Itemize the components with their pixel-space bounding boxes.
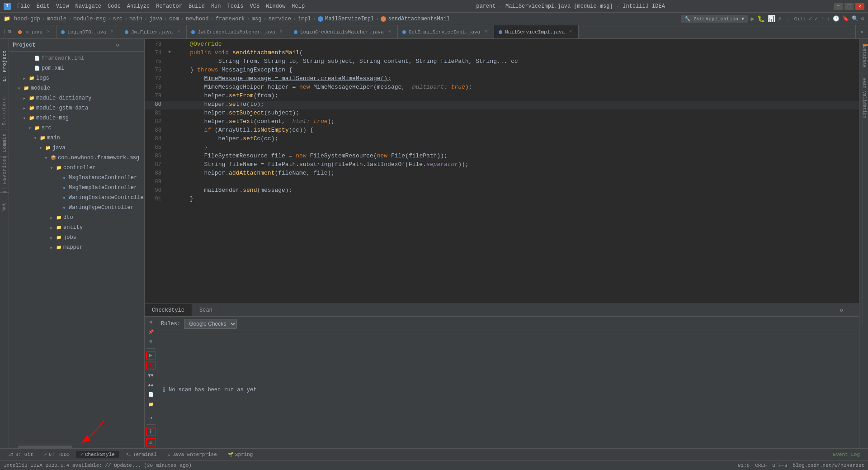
tab-close[interactable]: × [175,29,182,35]
footer-tab-checkstyle[interactable]: ✓ CheckStyle [76,451,119,458]
tree-item-entity[interactable]: ▶ 📁 entity [9,223,144,233]
breadcrumb-module[interactable]: module [47,16,66,22]
tree-item-module-gstm-data[interactable]: ▶ 📁 module-gstm-data [9,103,144,113]
profile-button[interactable]: ⚡ [778,15,782,23]
git-pull[interactable]: ↓ [827,16,830,22]
tab-split-icon[interactable]: ⊞ [8,28,11,35]
more-button[interactable]: … [784,16,788,22]
tree-item-controller[interactable]: ▼ 📁 controller [9,163,144,173]
git-checkmark2[interactable]: ✓ [815,15,818,22]
panel-minimize-icon[interactable]: ─ [132,41,141,49]
git-push[interactable]: ↑ [821,16,824,22]
panel-gear-icon[interactable]: ⚙ [113,41,122,49]
sidebar-web-icon[interactable]: Web [0,193,9,220]
debug-button[interactable]: 🐛 [757,15,765,23]
tree-item-jobs[interactable]: ▶ 📁 jobs [9,233,144,242]
breadcrumb-mail-service[interactable]: MailServiceImpl [318,16,374,22]
menu-file[interactable]: File [14,2,33,10]
refresh-button[interactable]: ↺ [146,414,156,422]
menu-code[interactable]: Code [105,2,123,10]
code-editor[interactable]: 73 @Override 74 ● public void sendAttach… [145,39,859,304]
run-button[interactable]: ▶ [750,15,754,23]
cursor-position[interactable]: 91:6 [738,463,750,468]
panel-settings-icon[interactable]: ≡ [123,41,131,49]
footer-tab-git[interactable]: ⎇ 9: Git [4,451,38,458]
menu-view[interactable]: View [53,2,72,10]
url-status[interactable]: blog.csdn.net/W/nD4arest [793,463,864,468]
idea-update-notice[interactable]: IntelliJ IDEA 2020.1.4 available: // Upd… [4,463,192,468]
tree-item-waring-instance-ctrl[interactable]: ● WaringInstanceController [9,193,144,203]
breadcrumb-src[interactable]: src [113,16,123,22]
tab-close[interactable]: × [387,29,393,35]
close-button[interactable]: ✕ [855,3,864,10]
tab-close[interactable]: × [483,29,489,35]
run-config-selector[interactable]: 🔧 GstmApplication ▼ [681,15,748,23]
tree-item-module[interactable]: ▼ 📁 module [9,83,144,93]
menu-analyze[interactable]: Analyze [124,2,152,10]
tree-item-msg-instance-ctrl[interactable]: ● MsgInstanceController [9,173,144,183]
tree-item-java[interactable]: ▼ 📁 java [9,143,144,153]
menu-vcs[interactable]: VCS [247,2,263,10]
menu-build[interactable]: Build [186,2,208,10]
menu-refactor[interactable]: Refactor [153,2,185,10]
sidebar-commit-label[interactable]: Commit [0,129,9,157]
footer-tab-spring[interactable]: 🌱 Spring [223,451,258,458]
tree-item-mapper[interactable]: ▶ 📁 mapper [9,242,144,252]
info-filter-button[interactable]: ℹ [146,427,156,436]
stop-scan-button[interactable]: ■ [146,361,156,370]
tab-logincredentials[interactable]: LoginCredentialsMatcher.java × [289,25,398,38]
tab-m-java[interactable]: m.java × [14,25,57,38]
search-everywhere[interactable]: 🔍 [852,15,859,22]
warn-filter-button[interactable]: ⚠ [146,438,156,446]
tree-item-src[interactable]: ▼ 📁 src [9,123,144,133]
collapse-all-button[interactable]: ▲▲ [146,381,156,389]
footer-tab-todo[interactable]: ✓ 6: TODO [40,451,74,458]
tree-item-module-dictionary[interactable]: ▶ 📁 module-dictionary [9,93,144,103]
tab-close[interactable]: × [278,29,284,35]
footer-tab-event-log[interactable]: Event Log [829,451,864,458]
tree-item-com-newhood[interactable]: ▼ 📦 com.newhood.framework.msg [9,153,144,163]
breadcrumb-newhood[interactable]: newhood [186,16,208,22]
bottom-tab-scan[interactable]: Scan [192,304,220,316]
coverage-button[interactable]: 📊 [768,15,775,23]
menu-help[interactable]: Help [289,2,307,10]
tree-item-msg-template-ctrl[interactable]: ● MsgTemplateController [9,183,144,193]
breadcrumb-framework[interactable]: framework [216,16,245,22]
maximize-button[interactable]: □ [844,3,854,10]
tab-overflow[interactable]: » [855,25,868,38]
tab-jwtcredentials[interactable]: JwtCredentialsMatcher.java × [187,25,289,38]
sidebar-structure-label[interactable]: Structure [0,93,9,129]
tab-loginDto[interactable]: LoginDTO.java × [57,25,120,38]
pin-panel-button[interactable]: 📌 [146,328,156,336]
breadcrumb-module-msg[interactable]: module-msg [73,16,106,22]
expand-all-button[interactable]: ▼▼ [146,371,156,379]
project-icon[interactable]: 📁 [4,15,10,22]
tree-scrollbar[interactable] [9,445,144,448]
bookmark-button[interactable]: 🔖 [842,15,849,22]
settings-button[interactable]: ⚙ [861,15,864,22]
tab-close[interactable]: × [109,29,115,35]
menu-navigate[interactable]: Navigate [72,2,104,10]
minimize-button[interactable]: ─ [834,3,843,10]
line-ending[interactable]: CRLF [755,463,767,468]
sidebar-web-label[interactable]: 2: Favorites [0,157,9,193]
footer-tab-java-enterprise[interactable]: ☕ Java Enterprise [163,451,222,458]
tree-item-main[interactable]: ▼ 📁 main [9,133,144,143]
git-history[interactable]: 🕐 [833,15,840,22]
sort-button[interactable]: ≡ [146,337,156,345]
menu-edit[interactable]: Edit [34,2,52,10]
run-scan-button[interactable]: ▶ [146,351,156,360]
tree-item-logs[interactable]: ▶ 📁 logs [9,73,144,83]
close-panel-button[interactable]: ✕ [146,318,156,326]
tab-getemailservice[interactable]: GetEmailServiceImpl.java × [398,25,494,38]
breadcrumb-method[interactable]: sendAttachmentsMail [381,16,450,22]
footer-tab-terminal[interactable]: >_ Terminal [121,451,161,458]
menu-window[interactable]: Window [263,2,288,10]
tab-mailservice[interactable]: MailServiceImpl.java × [494,25,579,38]
tab-close[interactable]: × [567,29,574,35]
tree-item-pom-xml[interactable]: 📄 pom.xml [9,63,144,73]
tree-item-framework-iml[interactable]: 📄 framework.iml [9,53,144,63]
bottom-panel-settings[interactable]: ⚙ [837,306,845,314]
encoding[interactable]: UTF-8 [773,463,788,468]
tree-item-waring-type-ctrl[interactable]: ● WaringTypeController [9,203,144,213]
